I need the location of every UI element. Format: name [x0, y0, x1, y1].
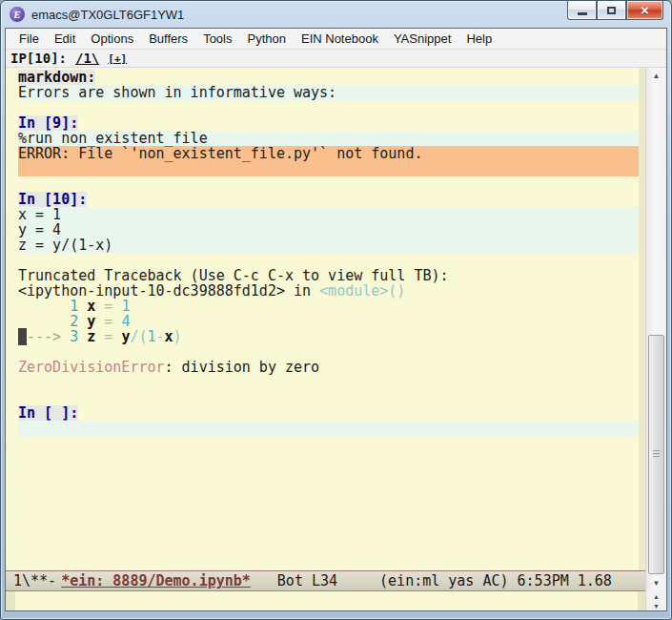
maximize-button[interactable]: [597, 1, 626, 20]
buffer-line: z = y/(1-x): [18, 238, 639, 253]
buffer-line: Errors are shown in informative ways:: [18, 85, 639, 100]
emacs-window: E emacs@TX0GLT6GF1YW1 × FileEditOptionsB…: [0, 0, 672, 620]
buffer-line: 1 x = 1: [18, 299, 639, 314]
window-bottom-frame: [1, 611, 671, 619]
minibuffer-scroll-down-icon: ▼: [653, 603, 660, 610]
buffer-line: In [ ]:: [18, 405, 639, 421]
left-fringe: [6, 68, 18, 570]
minibuffer-row: ▲ ▼: [6, 591, 666, 610]
window-controls: ×: [567, 1, 663, 20]
menu-edit[interactable]: Edit: [47, 30, 83, 48]
minibuffer[interactable]: [15, 591, 638, 610]
minibuffer-left-fringe: [6, 591, 15, 610]
buffer-line: markdown:: [18, 70, 639, 85]
cell-prompt-chip: In [10]:: [18, 192, 87, 207]
buffer-line: y = 4: [18, 222, 639, 238]
menu-buffers[interactable]: Buffers: [141, 30, 195, 48]
buffer-line: In [9]:: [18, 115, 639, 131]
close-icon: ×: [641, 2, 649, 18]
window-title: emacs@TX0GLT6GF1YW1: [31, 8, 184, 22]
buffer-line: [18, 344, 639, 360]
notebook-header-line: IP[10]: /1\ [+]: [6, 50, 666, 68]
menu-tools[interactable]: Tools: [195, 30, 239, 48]
title-bar[interactable]: E emacs@TX0GLT6GF1YW1 ×: [1, 1, 671, 28]
buffer-line: [18, 100, 639, 115]
buffer-line: [18, 253, 639, 268]
buffer-text[interactable]: markdown:Errors are shown in informative…: [18, 68, 639, 570]
close-button[interactable]: ×: [626, 1, 663, 20]
minibuffer-scrollbar[interactable]: ▲ ▼: [645, 591, 666, 610]
emacs-icon: E: [10, 7, 25, 22]
buffer-line: ERROR: File `'non_existent_file.py'` not…: [18, 146, 639, 161]
modeline-buffer-name: *ein: 8889/Demo.ipynb*: [61, 572, 251, 589]
worksheet-link[interactable]: /1\: [75, 51, 99, 66]
minimize-icon: [578, 12, 587, 15]
buffer-line: [18, 390, 639, 405]
cell-prompt-chip: markdown:: [18, 70, 95, 85]
cell-prompt-chip: In [ ]:: [18, 405, 78, 421]
modeline-position: Bot L34: [277, 572, 337, 589]
buffer-line: [18, 375, 639, 390]
menu-python[interactable]: Python: [239, 30, 293, 48]
scroll-up-button[interactable]: ▲: [646, 68, 666, 84]
menu-ein-notebook[interactable]: EIN Notebook: [294, 30, 386, 48]
minibuffer-scroll-down-button[interactable]: ▼: [646, 601, 666, 610]
modeline-prefix: 1\**-: [13, 572, 56, 589]
add-worksheet-link[interactable]: [+]: [108, 52, 127, 65]
scrollbar-track[interactable]: [646, 84, 666, 575]
cell-prompt-chip: In [9]:: [18, 115, 78, 131]
minibuffer-scroll-up-icon: ▲: [653, 593, 660, 600]
modeline-modes: (ein:ml yas AC) 6:53PM 1.68: [379, 572, 612, 589]
menu-help[interactable]: Help: [458, 30, 499, 48]
buffer-line: [18, 176, 639, 192]
scrollbar-grip: [653, 450, 660, 459]
scroll-down-icon: ▼: [653, 579, 661, 588]
right-fringe: [639, 68, 645, 570]
buffer-line: ----> 3 z = y/(1-x): [18, 329, 639, 344]
menu-file[interactable]: File: [11, 30, 47, 48]
scroll-up-icon: ▲: [653, 72, 661, 80]
buffer-line: <ipython-input-10-dc39888fd1d2> in <modu…: [18, 283, 639, 299]
buffer-line: [18, 421, 639, 436]
mode-line[interactable]: 1\**-*ein: 8889/Demo.ipynb*Bot L34(ein:m…: [6, 570, 645, 591]
vertical-scrollbar[interactable]: ▲ ▼: [645, 68, 666, 591]
minimize-button[interactable]: [567, 1, 597, 20]
buffer-line: Truncated Traceback (Use C-c C-x to view…: [18, 268, 639, 283]
menu-bar: FileEditOptionsBuffersToolsPythonEIN Not…: [6, 29, 666, 50]
client-area: FileEditOptionsBuffersToolsPythonEIN Not…: [5, 28, 667, 611]
buffer-line: In [10]:: [18, 192, 639, 207]
menu-options[interactable]: Options: [83, 30, 141, 48]
scroll-down-button[interactable]: ▼: [646, 575, 666, 591]
menu-yasnippet[interactable]: YASnippet: [386, 30, 458, 48]
buffer-line: [18, 161, 639, 176]
buffer-line: x = 1: [18, 207, 639, 222]
buffer-line: %run non_existent_file: [18, 131, 639, 146]
minibuffer-scroll-up-button[interactable]: ▲: [646, 591, 666, 601]
scrollbar-thumb[interactable]: [648, 335, 664, 574]
buffer-line: 2 y = 4: [18, 314, 639, 329]
header-prompt: IP[10]:: [10, 51, 67, 66]
minibuffer-right-fringe: [638, 591, 645, 610]
maximize-icon: [607, 7, 616, 14]
buffer-line: ZeroDivisionError: division by zero: [18, 360, 639, 375]
